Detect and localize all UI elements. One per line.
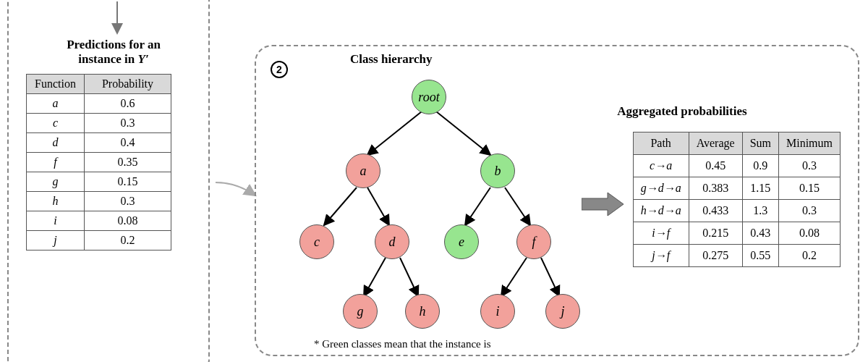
pred-title-line1: Predictions for an — [67, 38, 161, 51]
cell-sum: 1.3 — [742, 200, 778, 222]
node-i: i — [480, 294, 515, 329]
svg-line-5 — [465, 188, 490, 225]
cell-avg: 0.433 — [689, 200, 742, 222]
cell-min: 0.15 — [778, 177, 840, 200]
cell-min: 0.2 — [778, 245, 840, 267]
cell-prob: 0.08 — [85, 211, 171, 231]
cell-prob: 0.2 — [85, 231, 171, 251]
cell-min: 0.3 — [778, 155, 840, 177]
cell-func: a — [27, 94, 85, 114]
predictions-table: Function Probability a0.6 c0.3 d0.4 f0.3… — [26, 74, 171, 251]
arrow-down-icon — [110, 1, 124, 35]
cell-func: g — [27, 172, 85, 192]
node-root: root — [412, 80, 446, 114]
predictions-title: Predictions for an instance in Y′ — [38, 38, 190, 67]
cell-path: h→d→a — [633, 200, 689, 222]
cell-path: i→f — [633, 222, 689, 245]
cell-avg: 0.275 — [689, 245, 742, 267]
svg-line-6 — [505, 188, 530, 225]
cell-func: c — [27, 114, 85, 133]
cell-prob: 0.4 — [85, 133, 171, 153]
svg-line-2 — [436, 111, 490, 155]
cell-sum: 1.15 — [742, 177, 778, 200]
cell-avg: 0.383 — [689, 177, 742, 200]
col-path: Path — [633, 132, 689, 155]
tree-area: root a b c d e f g h i j — [273, 77, 584, 337]
cell-min: 0.08 — [778, 222, 840, 245]
table-row: c→a0.450.90.3 — [633, 155, 840, 177]
table-row: j→f0.2750.550.2 — [633, 245, 840, 267]
node-j: j — [545, 294, 580, 329]
table-row: j0.2 — [27, 231, 171, 251]
cell-sum: 0.9 — [742, 155, 778, 177]
cell-func: f — [27, 153, 85, 172]
table-row: d0.4 — [27, 133, 171, 153]
node-c: c — [299, 224, 334, 259]
cell-prob: 0.15 — [85, 172, 171, 192]
node-h: h — [405, 294, 440, 329]
table-row: g0.15 — [27, 172, 171, 192]
node-b: b — [480, 153, 515, 188]
cell-path: j→f — [633, 245, 689, 267]
cell-sum: 0.43 — [742, 222, 778, 245]
cell-prob: 0.3 — [85, 114, 171, 133]
col-minimum: Minimum — [778, 132, 840, 155]
table-row: a0.6 — [27, 94, 171, 114]
cell-avg: 0.215 — [689, 222, 742, 245]
node-e: e — [444, 224, 479, 259]
footnote: * Green classes mean that the instance i… — [314, 338, 491, 350]
node-d: d — [375, 224, 409, 259]
svg-line-3 — [324, 188, 357, 225]
table-row: h→d→a0.4331.30.3 — [633, 200, 840, 222]
col-sum: Sum — [742, 132, 778, 155]
col-average: Average — [689, 132, 742, 155]
node-a: a — [346, 153, 380, 188]
cell-path: g→d→a — [633, 177, 689, 200]
table-row: i0.08 — [27, 211, 171, 231]
col-function: Function — [27, 75, 85, 94]
svg-line-1 — [367, 111, 422, 155]
cell-avg: 0.45 — [689, 155, 742, 177]
svg-line-10 — [541, 258, 559, 296]
col-probability: Probability — [85, 75, 171, 94]
pred-title-line2-prefix: instance in — [78, 52, 137, 66]
svg-line-4 — [367, 188, 389, 225]
cell-min: 0.3 — [778, 200, 840, 222]
table-row: g→d→a0.3831.150.15 — [633, 177, 840, 200]
aggregated-title: Aggregated probabilities — [548, 104, 816, 119]
class-hierarchy-title: Class hierarchy — [350, 52, 433, 67]
connector-arrow-icon — [214, 181, 258, 203]
cell-func: j — [27, 231, 85, 251]
pred-title-Y: Y′ — [138, 52, 149, 66]
table-row: i→f0.2150.430.08 — [633, 222, 840, 245]
table-row: h0.3 — [27, 192, 171, 211]
table-row: f0.35 — [27, 153, 171, 172]
big-arrow-icon — [582, 191, 625, 217]
svg-line-9 — [501, 258, 527, 296]
node-g: g — [343, 294, 378, 329]
left-panel: 1 HMC classifier (Random forest) Predict… — [7, 0, 210, 362]
table-row: c0.3 — [27, 114, 171, 133]
node-f: f — [516, 224, 551, 259]
cell-func: h — [27, 192, 85, 211]
cell-prob: 0.3 — [85, 192, 171, 211]
aggregated-table: Path Average Sum Minimum c→a0.450.90.3 g… — [633, 132, 841, 267]
svg-line-8 — [400, 258, 418, 296]
step-2-badge: 2 — [271, 61, 288, 78]
right-panel: 2 Class hierarchy root a b c d e f — [255, 45, 859, 356]
svg-line-7 — [364, 258, 386, 296]
cell-path: c→a — [633, 155, 689, 177]
cell-sum: 0.55 — [742, 245, 778, 267]
cell-func: d — [27, 133, 85, 153]
cell-prob: 0.6 — [85, 94, 171, 114]
cell-prob: 0.35 — [85, 153, 171, 172]
cell-func: i — [27, 211, 85, 231]
